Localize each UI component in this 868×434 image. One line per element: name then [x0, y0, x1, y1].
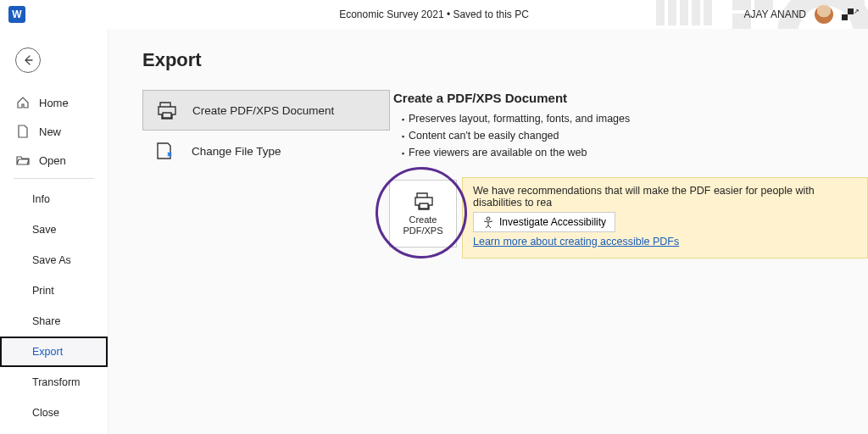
export-option-changefiletype[interactable]: Change File Type: [142, 131, 390, 171]
new-doc-icon: [15, 125, 31, 138]
backstage-nav: Home New Open Info Save Save As Print Sh…: [0, 29, 108, 434]
nav-label: Home: [39, 97, 69, 109]
document-title: Economic Survey 2021 • Saved to this PC: [0, 8, 868, 20]
open-folder-icon: [15, 154, 31, 166]
a11y-message: We have recommendations that will make t…: [473, 185, 857, 209]
change-filetype-icon: [154, 139, 178, 163]
nav-print[interactable]: Print: [0, 275, 108, 306]
share-icon[interactable]: 🙾↗: [842, 8, 860, 21]
arrow-left-icon: [21, 53, 35, 67]
nav-transform[interactable]: Transform: [0, 367, 108, 398]
create-pdfxps-button[interactable]: CreatePDF/XPS: [389, 180, 457, 248]
pdf-printer-icon: [411, 191, 435, 211]
option-label: Create PDF/XPS Document: [192, 104, 334, 117]
nav-share[interactable]: Share: [0, 306, 108, 337]
user-name: AJAY ANAND: [743, 8, 806, 20]
nav-label: Open: [39, 154, 66, 167]
nav-close[interactable]: Close: [0, 398, 108, 428]
accessibility-icon: [482, 216, 494, 228]
pdf-printer-icon: [155, 98, 179, 122]
home-icon: [15, 96, 31, 109]
nav-save[interactable]: Save: [0, 214, 108, 245]
export-option-pdfxps[interactable]: Create PDF/XPS Document: [142, 90, 390, 131]
svg-point-10: [487, 217, 490, 220]
nav-save-as[interactable]: Save As: [0, 245, 108, 275]
nav-export[interactable]: Export: [0, 337, 108, 367]
investigate-accessibility-button[interactable]: Investigate Accessibility: [473, 212, 615, 232]
accessibility-tip: We have recommendations that will make t…: [462, 177, 868, 259]
back-button[interactable]: [15, 47, 41, 73]
word-app-icon: W: [8, 6, 25, 23]
option-label: Change File Type: [192, 145, 281, 158]
nav-label: New: [39, 125, 61, 138]
nav-info[interactable]: Info: [0, 184, 108, 214]
learn-more-link[interactable]: Learn more about creating accessible PDF…: [473, 236, 679, 248]
nav-new[interactable]: New: [0, 117, 108, 146]
nav-divider: [14, 178, 94, 179]
nav-home[interactable]: Home: [0, 88, 108, 117]
detail-heading: Create a PDF/XPS Document: [393, 91, 868, 105]
avatar[interactable]: [815, 5, 833, 24]
detail-bullets: Preserves layout, formatting, fonts, and…: [393, 110, 868, 161]
nav-open[interactable]: Open: [0, 146, 108, 175]
